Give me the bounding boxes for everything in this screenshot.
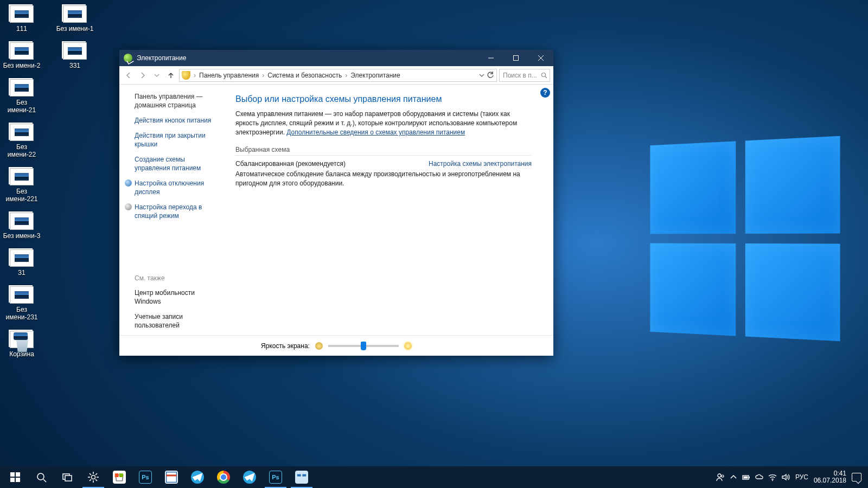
- desktop-icon[interactable]: Без имени-22: [2, 124, 41, 158]
- svg-point-30: [718, 474, 721, 477]
- slider-thumb[interactable]: [361, 342, 366, 350]
- task-view-button[interactable]: [54, 466, 80, 488]
- minimize-button[interactable]: [478, 50, 503, 66]
- selected-plan-heading: Выбранная схема: [235, 146, 532, 156]
- wallpaper-windows-logo: [650, 136, 840, 341]
- svg-line-19: [90, 473, 91, 475]
- brightness-label: Яркость экрана:: [261, 342, 310, 350]
- see-also-mobility[interactable]: Центр мобильности Windows: [135, 288, 221, 306]
- desktop-icon[interactable]: Без имени-221: [2, 168, 41, 203]
- desktop-icon[interactable]: Без имени-2: [2, 42, 41, 69]
- sidebar-home[interactable]: Панель управления — домашняя страница: [135, 92, 221, 110]
- shield-icon: [182, 71, 190, 80]
- taskbar-app-control-panel[interactable]: [289, 466, 315, 488]
- maximize-button[interactable]: [503, 50, 528, 66]
- battery-icon[interactable]: [742, 473, 751, 481]
- crumb[interactable]: Система и безопасность: [267, 72, 342, 79]
- tray-language[interactable]: РУС: [795, 473, 808, 481]
- taskbar-app-photoshop[interactable]: Ps: [132, 466, 158, 488]
- search-input[interactable]: Поиск в п...: [499, 69, 550, 82]
- icon-label: Без имени-22: [2, 143, 41, 158]
- control-panel-window: Электропитание › Панель управления › Сис…: [119, 50, 553, 356]
- tray-chevron-up-icon[interactable]: [729, 473, 738, 481]
- taskbar-app-photoshop-2[interactable]: Ps: [263, 466, 289, 488]
- volume-icon[interactable]: [781, 473, 790, 481]
- desktop-icon[interactable]: Без имени-3: [2, 213, 41, 240]
- desktop-icon[interactable]: 331: [55, 42, 94, 69]
- taskbar-app-telegram-2[interactable]: [237, 466, 263, 488]
- onedrive-icon[interactable]: [755, 473, 764, 481]
- taskbar-app-chrome[interactable]: [210, 466, 237, 488]
- learn-more-link[interactable]: Дополнительные сведения о схемах управле…: [286, 129, 465, 136]
- back-button[interactable]: [123, 69, 135, 81]
- sidebar-link-create-plan[interactable]: Создание схемы управления питанием: [135, 155, 221, 172]
- icon-label: 331: [69, 62, 80, 69]
- tray-clock[interactable]: 0:41 06.07.2018: [814, 470, 846, 484]
- desktop-icon[interactable]: 31: [2, 249, 41, 277]
- taskbar-app-notes[interactable]: [158, 466, 184, 488]
- brightness-slider[interactable]: [328, 345, 399, 347]
- svg-rect-25: [167, 472, 177, 483]
- recycle-bin[interactable]: Корзина: [2, 331, 41, 358]
- breadcrumb[interactable]: › Панель управления › Система и безопасн…: [179, 69, 497, 82]
- close-button[interactable]: [528, 50, 553, 66]
- recent-dropdown[interactable]: [151, 69, 163, 81]
- forward-button[interactable]: [137, 69, 149, 81]
- desktop-icon[interactable]: Без имени-231: [2, 286, 41, 321]
- refresh-icon[interactable]: [487, 72, 494, 79]
- svg-rect-6: [10, 472, 15, 477]
- svg-point-35: [772, 480, 773, 481]
- svg-point-14: [92, 476, 95, 479]
- sidebar: Панель управления — домашняя страница Де…: [119, 85, 228, 335]
- desktop-icon[interactable]: Без имени-1: [55, 5, 94, 33]
- svg-line-11: [43, 479, 46, 482]
- sidebar-link-lid[interactable]: Действия при закрытии крышки: [135, 131, 221, 149]
- svg-rect-29: [302, 474, 306, 477]
- svg-rect-27: [296, 473, 308, 482]
- titlebar[interactable]: Электропитание: [119, 50, 553, 66]
- svg-rect-9: [16, 478, 20, 482]
- plan-name: Сбалансированная (рекомендуется): [235, 160, 346, 168]
- sidebar-link-buttons[interactable]: Действия кнопок питания: [135, 116, 221, 125]
- plan-settings-link[interactable]: Настройка схемы электропитания: [429, 160, 532, 168]
- taskbar-app-telegram[interactable]: [184, 466, 210, 488]
- tray-date: 06.07.2018: [814, 477, 846, 484]
- page-title: Выбор или настройка схемы управления пит…: [235, 94, 532, 104]
- people-icon[interactable]: [716, 473, 725, 481]
- svg-rect-7: [16, 472, 20, 477]
- svg-rect-8: [10, 478, 15, 482]
- up-button[interactable]: [165, 69, 177, 81]
- svg-rect-34: [743, 477, 748, 479]
- action-center-icon[interactable]: [852, 473, 861, 481]
- wifi-icon[interactable]: [768, 473, 777, 481]
- plan-description: Автоматическое соблюдение баланса между …: [235, 170, 532, 188]
- chevron-down-icon[interactable]: [479, 73, 484, 78]
- system-tray: РУС 0:41 06.07.2018: [716, 470, 866, 484]
- taskbar-app-settings[interactable]: [80, 466, 106, 488]
- sun-dim-icon: [315, 342, 323, 350]
- icon-label: Без имени-2: [3, 62, 41, 69]
- svg-point-10: [37, 473, 44, 480]
- icon-label: Без имени-3: [3, 232, 41, 240]
- svg-rect-23: [115, 473, 119, 477]
- svg-line-20: [95, 479, 97, 481]
- icon-label: Без имени-221: [2, 188, 41, 203]
- sidebar-link-sleep[interactable]: Настройка перехода в спящий режим: [135, 203, 221, 220]
- see-also-users[interactable]: Учетные записи пользователей: [135, 312, 221, 330]
- desktop-icon[interactable]: Без имени-21: [2, 79, 41, 114]
- search-button[interactable]: [28, 466, 54, 488]
- content-pane: ? Выбор или настройка схемы управления п…: [228, 85, 553, 335]
- search-icon: [541, 72, 547, 79]
- sidebar-link-display-off[interactable]: Настройка отключения дисплея: [135, 179, 221, 196]
- brightness-bar: Яркость экрана:: [119, 335, 553, 356]
- crumb[interactable]: Панель управления: [199, 72, 259, 79]
- crumb[interactable]: Электропитание: [350, 72, 400, 79]
- icon-label: Без имени-1: [56, 25, 94, 33]
- desktop-icon[interactable]: 111: [2, 5, 41, 33]
- address-bar: › Панель управления › Система и безопасн…: [119, 66, 553, 85]
- help-icon[interactable]: ?: [540, 88, 550, 98]
- svg-point-4: [542, 73, 546, 76]
- start-button[interactable]: [2, 466, 28, 488]
- taskbar-app-store[interactable]: [106, 466, 132, 488]
- intro-text: Схема управления питанием — это набор па…: [235, 110, 532, 137]
